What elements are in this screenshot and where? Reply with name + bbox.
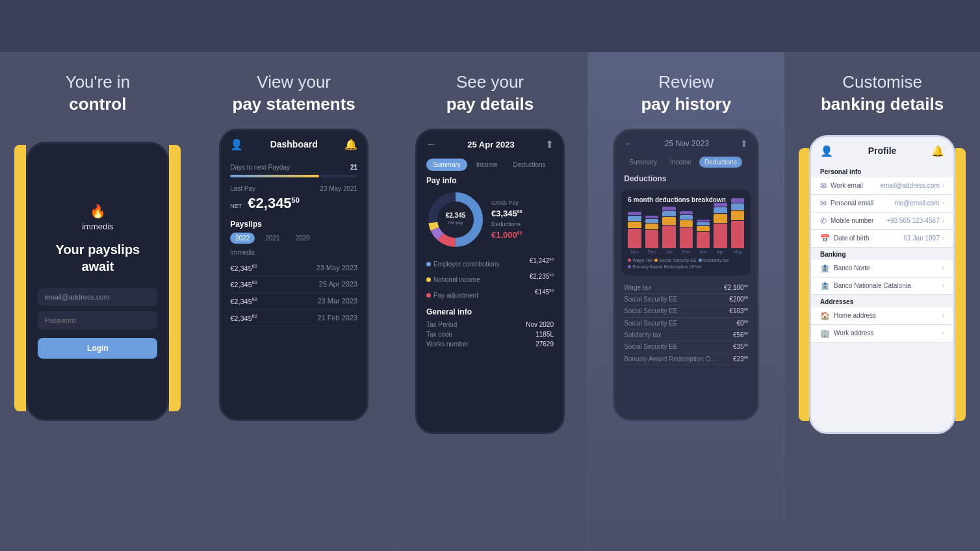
bar-dec: Dec: [645, 216, 658, 254]
legend-social-sec: Social Security EE: [654, 258, 697, 263]
prof-work-email[interactable]: ✉ Work email email@address.com ›: [811, 177, 953, 195]
info-row-1: Tax Period Nov 2020: [426, 320, 554, 329]
back-icon[interactable]: ←: [426, 138, 437, 150]
info-key-1: Tax Period: [426, 321, 457, 328]
tab-income[interactable]: Income: [470, 159, 504, 171]
share-icon[interactable]: ⬆: [545, 138, 554, 151]
payslip-row-3[interactable]: €2,34560 23 Mar 2023: [230, 293, 357, 310]
home-icon: 🏠: [820, 311, 830, 320]
year-tab-2022[interactable]: 2022: [230, 233, 255, 244]
flame-icon: 🔥: [90, 203, 106, 219]
info-val-3: 27629: [535, 340, 554, 348]
email-input[interactable]: [38, 288, 157, 306]
days-value: 21: [350, 164, 357, 171]
back-icon-hist[interactable]: ←: [624, 138, 633, 149]
col-profile: Customise banking details 👤 Profile 🔔 Pe…: [784, 52, 980, 551]
contrib-row-3: Pay adjustment €14590: [426, 287, 554, 302]
prof-banco-catalonia[interactable]: 🏦 Banco Nationale Catalonia ›: [811, 277, 953, 295]
last-pay-label: Last Pay: [230, 185, 255, 192]
work-email-label: Work email: [831, 182, 863, 189]
payslip-row-4[interactable]: €2,34560 21 Feb 2023: [230, 310, 357, 327]
payslip-row-2[interactable]: €2,34560 25 Apr 2023: [230, 276, 357, 293]
chevron-right-banco-norte: ›: [942, 264, 944, 272]
info-row-2: Tax code 1185L: [426, 329, 554, 339]
net-amount: NET €2,34550: [230, 195, 357, 212]
prof-banco-norte[interactable]: 🏦 Banco Norte ›: [811, 260, 953, 277]
mail-icon-2: ✉: [820, 199, 827, 208]
personal-info-section-label: Personal info: [811, 165, 953, 177]
contrib-val-1: €1,24290: [530, 257, 554, 269]
year-tab-2021[interactable]: 2021: [260, 233, 285, 244]
chevron-right-icon-3: ›: [942, 217, 944, 224]
work-address-label: Work address: [834, 329, 874, 337]
gross-pay-val: €3,34560: [491, 209, 522, 218]
hist-date: 25 Nov 2023: [665, 139, 709, 148]
tab-deductions[interactable]: Deductions: [507, 159, 552, 171]
ded-item-5: Solidarity tax €5690: [624, 329, 748, 341]
mobile-val: +93 565 123-4567: [886, 217, 939, 224]
prof-work-address[interactable]: 🏢 Work address ›: [811, 325, 953, 342]
chevron-right-banco-cat: ›: [942, 282, 944, 289]
legend-wage-tax: Wage Tax: [628, 258, 652, 263]
payslips-label: Payslips: [230, 220, 357, 229]
progress-fill: [230, 175, 319, 177]
prof-mobile[interactable]: ✆ Mobile number +93 565 123-4567 ›: [811, 212, 953, 230]
donut-row: €2,345 net pay Gross Pay €3,34560 Deduct…: [426, 190, 554, 249]
deductions-section-label: Deductions: [615, 172, 757, 186]
detail-body: Pay info €2,345 net pay Gross Pay €3,345…: [417, 176, 563, 432]
bar-apr: Apr: [714, 203, 727, 254]
banco-catalonia-label: Banco Nationale Catalonia: [834, 282, 910, 289]
net-value: €2,345: [248, 195, 291, 211]
payslip-row-1[interactable]: €2,34560 23 May 2023: [230, 260, 357, 277]
month-dec: Dec: [648, 250, 656, 254]
prof-personal-email[interactable]: ✉ Personal email me@email.com ›: [811, 195, 953, 212]
payslip-amount: €2,34560: [230, 314, 257, 322]
month-apr: Apr: [717, 250, 724, 254]
hist-tab-deductions[interactable]: Deductions: [699, 157, 742, 168]
hist-tab-summary[interactable]: Summary: [624, 157, 662, 168]
prof-bell-icon[interactable]: 🔔: [931, 145, 944, 157]
login-button[interactable]: Login: [38, 338, 157, 359]
hist-tab-income[interactable]: Income: [665, 157, 697, 168]
personal-email-val: me@email.com: [894, 199, 940, 207]
bar-may: May: [731, 198, 744, 254]
calendar-icon: 📅: [820, 234, 830, 243]
payslip-date: 23 May 2023: [316, 264, 358, 272]
payslip-amount: €2,34560: [230, 280, 257, 288]
contrib-val-2: €2,23590: [530, 273, 554, 285]
ded-list: Wage tax €2,10090 Social Security EE €20…: [615, 279, 757, 368]
dob-val: 01 Jan 1997: [904, 235, 940, 242]
fade-overlay-5: [784, 473, 980, 551]
chevron-right-work: ›: [942, 329, 944, 337]
ded-item-3: Social Security EE €10390: [624, 305, 748, 317]
bell-icon: 🔔: [344, 138, 357, 151]
chevron-right-icon-4: ›: [942, 235, 944, 242]
tab-summary[interactable]: Summary: [426, 159, 467, 171]
payslip-amount: €2,34560: [230, 297, 257, 305]
bar-jan: Jan: [662, 207, 675, 254]
phone-details: ← 25 Apr 2023 ⬆ Summary Income Deduction…: [415, 129, 565, 434]
month-mar: Mar: [699, 250, 707, 254]
chevron-right-icon: ›: [942, 182, 944, 189]
phone-profile: 👤 Profile 🔔 Personal info ✉ Work email e…: [809, 135, 955, 434]
prof-home-address[interactable]: 🏠 Home address ›: [811, 307, 953, 325]
col-details-title: See your pay details: [446, 71, 534, 116]
prof-dob[interactable]: 📅 Date of birth 01 Jan 1997 ›: [811, 230, 953, 248]
year-tab-2020[interactable]: 2020: [290, 233, 315, 244]
dash-header: 👤 Dashboard 🔔: [221, 131, 367, 159]
chevron-right-home: ›: [942, 312, 944, 319]
password-input[interactable]: [38, 311, 157, 329]
payslip-date: 25 Apr 2023: [319, 280, 357, 288]
col-dashboard-title: View your pay statements: [233, 71, 355, 116]
legend-solidarity: Solidarity tax: [699, 258, 729, 263]
legend-bonusly: Bonusly Award Redemption Offset: [628, 264, 701, 269]
upload-icon-hist[interactable]: ⬆: [740, 138, 748, 149]
mobile-label: Mobile number: [831, 217, 873, 224]
col-history: Review pay history ← 25 Nov 2023 ⬆ Summa…: [588, 52, 784, 551]
net-label: NET: [230, 203, 242, 209]
contrib-row-1: Employer contributions €1,24290: [426, 255, 554, 271]
prof-header: 👤 Profile 🔔: [811, 137, 953, 165]
dob-label: Date of birth: [834, 235, 869, 242]
chart-box: 6 month deductions breakdown Nov: [621, 190, 751, 276]
logo-area: 🔥 immedis: [82, 203, 113, 231]
